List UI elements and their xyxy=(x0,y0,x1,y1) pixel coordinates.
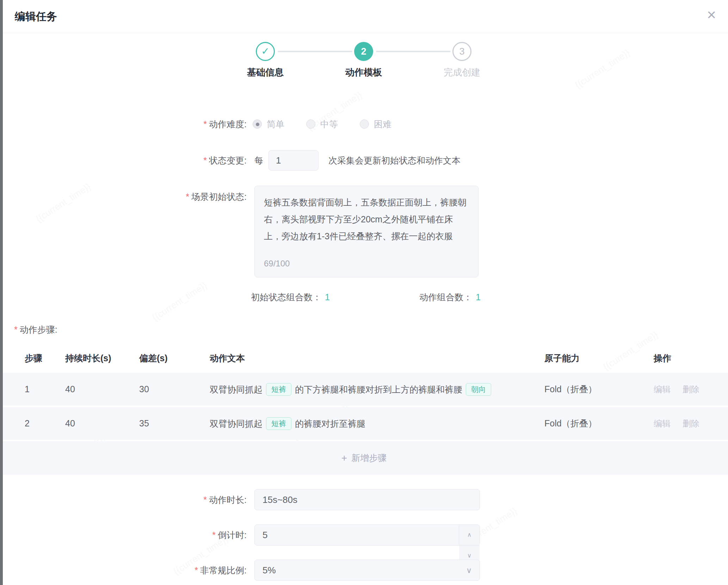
unusual-ratio-select[interactable]: 5% ∨ xyxy=(254,560,480,581)
cell-deviation: 35 xyxy=(139,418,210,429)
unusual-ratio-label: *非常规比例: xyxy=(0,560,247,581)
action-text-middle: 的裤腰对折至裤腿 xyxy=(295,419,365,429)
unusual-ratio-value: 5% xyxy=(263,565,276,575)
object-tag: 短裤 xyxy=(266,417,291,430)
action-text-middle: 的下方裤腿和裤腰对折到上方的裤腿和裤腰 xyxy=(295,384,462,394)
radio-circle-icon[interactable] xyxy=(306,119,315,129)
cell-action-text: 双臂协同抓起短裤的裤腰对折至裤腿 xyxy=(210,416,544,431)
delete-link[interactable]: 删除 xyxy=(683,384,699,394)
plus-icon: + xyxy=(341,452,347,464)
action-text-before: 双臂协同抓起 xyxy=(210,419,263,429)
number-spinner: ∧ ∨ xyxy=(459,525,480,545)
required-asterisk: * xyxy=(14,325,18,334)
countdown-value: 5 xyxy=(263,530,267,540)
add-step-button[interactable]: + 新增步骤 xyxy=(0,441,728,475)
steps-table-header: 步骤 持续时长(s) 偏差(s) 动作文本 原子能力 操作 xyxy=(0,344,728,373)
col-header-duration: 持续时长(s) xyxy=(65,352,139,364)
cell-operations: 编辑删除 xyxy=(654,384,717,395)
initial-state-label-text: 场景初始状态: xyxy=(191,192,247,202)
unusual-ratio-label-text: 非常规比例: xyxy=(200,565,247,575)
state-change-label-text: 状态变更: xyxy=(209,155,247,165)
radio-circle-icon[interactable] xyxy=(360,119,369,129)
cell-atomic-ability: Fold（折叠） xyxy=(544,418,654,429)
action-duration-label-text: 动作时长: xyxy=(209,495,247,505)
countdown-row: *倒计时: 5 ∧ ∨ xyxy=(0,524,728,546)
required-asterisk: * xyxy=(195,565,198,575)
required-asterisk: * xyxy=(203,495,207,505)
underlying-page-edge xyxy=(0,0,3,585)
difficulty-label: *动作难度: xyxy=(0,115,247,134)
action-combo-count: 动作组合数：1 xyxy=(419,289,481,305)
action-duration-input[interactable]: 15s~80s xyxy=(254,489,480,510)
initial-state-textarea[interactable]: 短裤五条数据背面朝上，五条数据正面朝上，裤腰朝右，离头部视野下方至少20cm之外… xyxy=(254,186,479,277)
edit-link[interactable]: 编辑 xyxy=(654,384,671,394)
countdown-label-text: 倒计时: xyxy=(218,530,247,540)
cell-step: 2 xyxy=(25,418,65,429)
delete-link[interactable]: 删除 xyxy=(683,419,699,428)
state-change-suffix: 次采集会更新初始状态和动作文本 xyxy=(328,150,461,171)
cell-duration: 40 xyxy=(65,384,139,394)
action-duration-label: *动作时长: xyxy=(0,489,247,510)
required-asterisk: * xyxy=(203,119,207,129)
char-counter: 69/100 xyxy=(264,255,290,272)
countdown-label: *倒计时: xyxy=(0,524,247,546)
unusual-ratio-row: *非常规比例: 5% ∨ xyxy=(0,560,728,581)
col-header-action-text: 动作文本 xyxy=(210,352,544,364)
direction-tag: 朝向 xyxy=(466,383,491,396)
action-duration-row: *动作时长: 15s~80s xyxy=(0,489,728,510)
spinner-up-icon[interactable]: ∧ xyxy=(459,525,480,546)
step-active-circle: 2 xyxy=(354,42,373,61)
col-header-operation: 操作 xyxy=(654,352,717,364)
state-change-input[interactable]: 1 xyxy=(269,150,319,171)
state-change-prefix: 每 xyxy=(254,150,263,171)
required-asterisk: * xyxy=(212,530,216,540)
stepper-connector xyxy=(278,51,352,52)
cell-step: 1 xyxy=(25,384,65,394)
step-pending-circle: 3 xyxy=(452,42,471,61)
radio-medium[interactable]: 中等 xyxy=(306,118,338,130)
cell-atomic-ability: Fold（折叠） xyxy=(544,383,654,395)
cell-deviation: 30 xyxy=(139,384,210,394)
state-change-row: *状态变更: 每 1 次采集会更新初始状态和动作文本 xyxy=(0,150,728,171)
required-asterisk: * xyxy=(186,192,189,202)
col-header-step: 步骤 xyxy=(25,352,65,364)
stepper-connector xyxy=(376,51,451,52)
col-header-atomic-ability: 原子能力 xyxy=(544,352,654,364)
difficulty-radio-group: 简单 中等 困难 xyxy=(253,115,391,134)
cell-duration: 40 xyxy=(65,418,139,429)
initial-combo-count: 初始状态组合数：1 xyxy=(251,289,330,305)
step-done-check-icon: ✓ xyxy=(256,42,275,61)
required-asterisk: * xyxy=(203,155,207,165)
radio-circle-icon[interactable] xyxy=(253,119,262,129)
radio-medium-label: 中等 xyxy=(320,118,338,130)
cell-operations: 编辑删除 xyxy=(654,418,717,429)
difficulty-row: *动作难度: 简单 中等 困难 xyxy=(0,115,728,134)
initial-state-text: 短裤五条数据背面朝上，五条数据正面朝上，裤腰朝右，离头部视野下方至少20cm之外… xyxy=(264,197,467,241)
object-tag: 短裤 xyxy=(266,383,291,396)
action-combo-value: 1 xyxy=(476,292,481,302)
dialog-header: 编辑任务 × xyxy=(0,0,728,33)
countdown-input[interactable]: 5 ∧ ∨ xyxy=(254,524,480,546)
action-text-before: 双臂协同抓起 xyxy=(210,384,263,394)
action-combo-label: 动作组合数： xyxy=(419,292,472,302)
radio-easy-label: 简单 xyxy=(267,118,284,130)
initial-state-label: *场景初始状态: xyxy=(0,191,247,203)
radio-hard-label: 困难 xyxy=(374,118,391,130)
action-steps-label: *动作步骤: xyxy=(14,321,57,338)
combo-counts-row: 初始状态组合数：1 动作组合数：1 xyxy=(0,289,728,305)
close-icon[interactable]: × xyxy=(707,4,716,25)
initial-state-row: *场景初始状态: 短裤五条数据背面朝上，五条数据正面朝上，裤腰朝右，离头部视野下… xyxy=(0,186,728,277)
table-row: 2 40 35 双臂协同抓起短裤的裤腰对折至裤腿 Fold（折叠） 编辑删除 xyxy=(0,407,728,440)
table-row: 1 40 30 双臂协同抓起短裤的下方裤腿和裤腰对折到上方的裤腿和裤腰朝向 Fo… xyxy=(0,373,728,406)
radio-hard[interactable]: 困难 xyxy=(360,118,391,130)
add-step-label: 新增步骤 xyxy=(351,452,387,464)
state-change-label: *状态变更: xyxy=(0,150,247,171)
edit-link[interactable]: 编辑 xyxy=(654,419,671,428)
col-header-deviation: 偏差(s) xyxy=(139,352,210,364)
cell-action-text: 双臂协同抓起短裤的下方裤腿和裤腰对折到上方的裤腿和裤腰朝向 xyxy=(210,382,544,397)
chevron-down-icon: ∨ xyxy=(466,560,472,581)
step-label-basic-info: 基础信息 xyxy=(220,66,311,79)
step-label-finish-create: 完成创建 xyxy=(416,66,508,79)
initial-combo-value: 1 xyxy=(325,292,330,302)
radio-easy[interactable]: 简单 xyxy=(253,118,284,130)
